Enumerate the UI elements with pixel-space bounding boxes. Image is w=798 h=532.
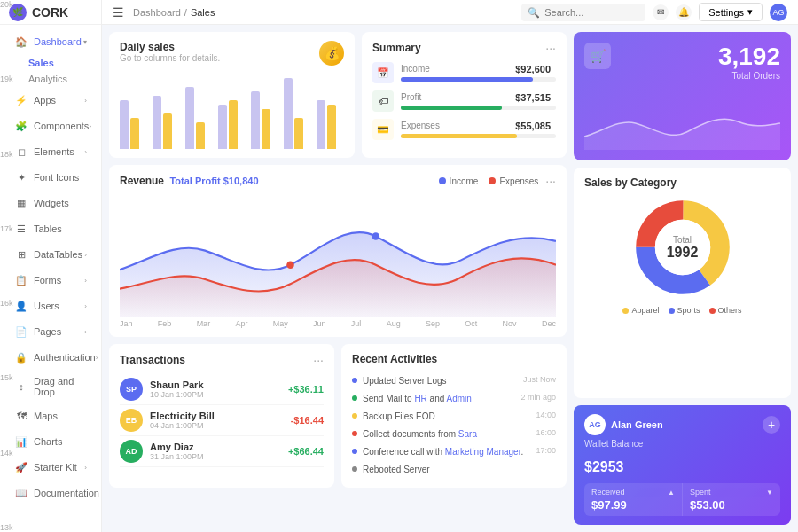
total-orders-label: Total Orders (718, 71, 780, 81)
activity-time: 14:00 (536, 411, 556, 419)
chevron-icon: › (84, 277, 87, 285)
revenue-more-button[interactable]: ··· (545, 174, 556, 188)
line-chart-area (120, 193, 556, 317)
legend-expenses-label: Expenses (499, 176, 538, 186)
summary-item-icon: 📅 (372, 62, 394, 83)
transactions-card: Transactions ··· SP Shaun Park 10 Jan 1:… (109, 344, 334, 488)
bar-segment-1 (251, 91, 260, 149)
mail-icon[interactable]: ✉ (653, 4, 669, 20)
menu-icon[interactable]: ☰ (113, 5, 124, 20)
activity-link-manager[interactable]: Marketing Manager (445, 447, 521, 457)
others-dot (709, 308, 716, 314)
wallet-balance-amount: $2953 (584, 450, 780, 478)
wallet-stats: Received ▲ $97.99 Spent ▼ $53.00 (584, 483, 780, 516)
donut-total-value: 1992 (667, 245, 699, 261)
summary-item-label: Income (401, 64, 515, 74)
spent-label: Spent ▼ (690, 488, 773, 497)
wallet-received: Received ▲ $97.99 (584, 483, 683, 516)
sidebar-item-label: Elements (34, 146, 74, 157)
sidebar-item-label: Dashboard (34, 36, 82, 47)
wallet-user-name: Alan Green (611, 419, 663, 430)
activity-link-hr[interactable]: HR (414, 394, 426, 403)
transaction-info: Electricity Bill 04 Jan 1:00PM (150, 411, 291, 430)
activity-item: Collect documents from Sara 16:00 (352, 426, 556, 443)
transaction-avatar: SP (120, 378, 143, 401)
daily-sales-title: Daily sales (120, 41, 220, 53)
summary-more-button[interactable]: ··· (545, 41, 556, 55)
activity-time: Just Now (523, 375, 556, 384)
bar-group (251, 91, 278, 149)
revenue-chart-wrap: 20k 19k 18k 17k 16k 15k 14k 13k (120, 188, 556, 328)
received-label: Received ▲ (591, 488, 675, 497)
activity-dot (352, 466, 357, 472)
sales-cat-title: Sales by Category (584, 176, 780, 189)
bell-icon[interactable]: 🔔 (676, 4, 692, 20)
revenue-svg (120, 193, 556, 317)
cart-icon: 🛒 (584, 43, 611, 69)
bar-segment-1 (317, 100, 325, 149)
transaction-info: Amy Diaz 31 Jan 1:00PM (150, 442, 288, 461)
summary-item-content: Expenses $55,085 (401, 121, 556, 138)
activity-text: Send Mail to HR and Admin (363, 393, 515, 405)
transaction-item: AD Amy Diaz 31 Jan 1:00PM +$66.44 (120, 436, 324, 467)
transaction-date: 10 Jan 1:00PM (150, 390, 288, 399)
transactions-title: Transactions (120, 354, 185, 366)
revenue-profit: Total Profit $10,840 (167, 176, 258, 186)
activity-item: Updated Server Logs Just Now (352, 372, 556, 390)
settings-button[interactable]: Settings ▾ (699, 3, 763, 21)
activity-link-admin[interactable]: Admin (447, 394, 472, 403)
transaction-avatar: EB (120, 409, 143, 432)
summary-item-value: $37,515 (515, 92, 551, 103)
wallet-user: AG Alan Green (584, 414, 663, 435)
received-label-text: Received (591, 488, 625, 497)
search-input[interactable] (521, 4, 645, 21)
bar-segment-1 (153, 96, 161, 149)
user-avatar[interactable]: AG (770, 4, 787, 21)
spent-arrow-icon: ▼ (766, 489, 773, 497)
transaction-info: Shaun Park 10 Jan 1:00PM (150, 379, 288, 399)
sidebar-item-label: Components (34, 121, 89, 131)
summary-item-value: $55,085 (515, 121, 551, 131)
received-value: $97.99 (591, 498, 675, 512)
sidebar-item-label: Authentication (34, 352, 96, 363)
bar-chart (120, 69, 344, 149)
settings-label: Settings (708, 7, 744, 18)
wallet-currency: $ (584, 459, 592, 474)
top-row: Daily sales Go to columns for details. 💰… (109, 32, 567, 158)
sidebar-item-label: Widgets (34, 198, 69, 208)
activity-item: Rebooted Server (352, 461, 556, 479)
summary-bar (401, 77, 533, 82)
chevron-icon: › (84, 464, 87, 472)
topbar: ☰ Dashboard / Sales 🔍 ✉ 🔔 Settings ▾ AG (102, 0, 798, 25)
bottom-row: Transactions ··· SP Shaun Park 10 Jan 1:… (109, 344, 567, 488)
wallet-add-button[interactable]: + (763, 416, 780, 434)
total-orders-right: 3,192 Total Orders (718, 43, 780, 81)
activity-text: Rebooted Server (363, 464, 551, 476)
activity-link-sara[interactable]: Sara (458, 429, 477, 439)
chevron-icon: › (84, 148, 87, 156)
total-profit-value: $10,840 (223, 176, 259, 186)
bar-group (120, 100, 147, 149)
sports-label: Sports (677, 306, 700, 315)
topbar-right: 🔍 ✉ 🔔 Settings ▾ AG (521, 3, 787, 21)
breadcrumb-home[interactable]: Dashboard (133, 7, 181, 18)
income-dot (439, 177, 446, 184)
daily-sales-subtitle: Go to columns for details. (120, 53, 220, 63)
wallet-balance-label: Wallet Balance (584, 439, 780, 449)
coin-icon[interactable]: 💰 (319, 41, 344, 66)
summary-item: 📅 Income $92,600 (372, 62, 556, 83)
revenue-right: Income Expenses ··· (439, 174, 556, 188)
breadcrumb: Dashboard / Sales (133, 7, 521, 18)
sidebar-item-label: DataTables (34, 249, 82, 260)
transactions-more-button[interactable]: ··· (313, 353, 324, 367)
mini-chart-svg (584, 106, 780, 150)
summary-item-content: Profit $37,515 (401, 92, 556, 110)
chevron-icon: › (84, 97, 87, 105)
breadcrumb-current: Sales (191, 7, 215, 18)
transaction-amount: +$66.44 (288, 446, 324, 457)
bar-segment-2 (229, 100, 238, 149)
activity-time: 2 min ago (520, 393, 556, 402)
chevron-icon: › (89, 122, 91, 130)
transaction-date: 31 Jan 1:00PM (150, 452, 288, 461)
app-container: 🌿 CORK 🏠 Dashboard ▾ Sales Analytics ⚡ A… (0, 0, 798, 532)
